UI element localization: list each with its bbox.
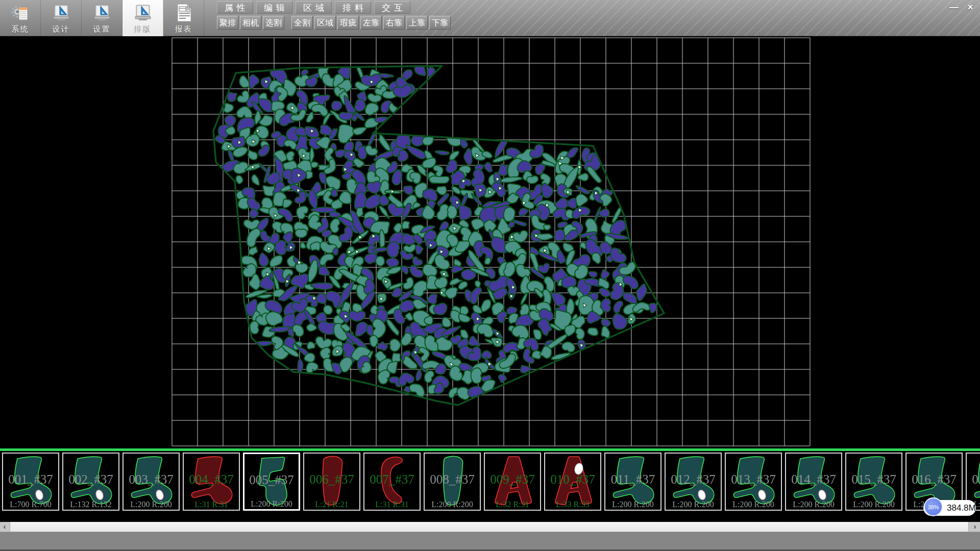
piece-lr-count: L:200 R:200 [846,500,901,509]
action-button-5[interactable]: 瑕疵 [337,16,359,30]
window-controls: — × [946,1,978,14]
toolbar-item-design[interactable]: 设计 [41,0,82,36]
toolbar-item-label: 系统 [12,24,29,34]
toolbar-item-label: 排版 [134,24,152,34]
toolbar-item-label: 报表 [175,24,192,34]
thumbnail-scrollbar[interactable]: ‹ › [0,522,980,532]
piece-thumbnail-strip: 001_#37L:700 R:700002_#37L:132 R:132003_… [0,448,980,522]
thumbnail-010[interactable]: 010_#37L:33 R:33 [544,453,601,511]
piece-name: 007_#37 [364,472,420,487]
toolbar-item-setup[interactable]: 设置 [82,0,122,36]
thumbnail-014[interactable]: 014_#37L:200 R:200 [785,453,842,511]
menu-bar: 属性编辑区域排料交互 [217,1,451,14]
piece-lr-count: L:200 R:200 [726,500,781,509]
nesting-canvas[interactable] [0,36,980,448]
thumbnail-015[interactable]: 015_#37L:200 R:200 [845,453,902,511]
toolbar-item-system[interactable]: 系统 [0,0,41,36]
toolbar-item-label: 设置 [93,24,111,34]
toolbar-item-nesting[interactable]: 排版 [122,0,163,36]
action-button-9[interactable]: 下靠 [429,16,451,30]
progress-percent: 38% [924,497,943,516]
menu-item-0[interactable]: 属性 [217,1,253,14]
piece-lr-count: L:200 R:200 [786,500,841,509]
piece-lr-count: L:32 R:31 [485,500,540,509]
piece-name: 013_#37 [726,472,781,487]
piece-lr-count: L:200 R:200 [666,500,721,509]
hide-nesting-view [0,36,980,448]
thumbnail-003[interactable]: 003_#37L:200 R:200 [122,453,180,511]
titlebar[interactable] [416,0,980,36]
thumbnail-006[interactable]: 006_#37L:21 R:21 [303,453,360,511]
piece-lr-count: L:132 R:132 [63,500,118,509]
menu-item-3[interactable]: 排料 [335,1,371,14]
action-button-3[interactable]: 全割 [291,16,313,30]
thumbnail-011[interactable]: 011_#37L:200 R:200 [604,453,662,511]
piece-name: 005_#37 [244,473,299,487]
setup-icon [92,2,112,24]
nesting-icon [133,2,153,24]
piece-name: 011_#37 [605,472,660,487]
scrollbar-thumb[interactable] [10,522,969,532]
action-button-8[interactable]: 上靠 [406,16,428,30]
thumbnail-013[interactable]: 013_#37L:200 R:200 [725,453,782,511]
piece-name: 015_#37 [846,472,901,487]
thumbnail-012[interactable]: 012_#37L:200 R:200 [665,453,722,511]
action-button-0[interactable]: 聚排 [217,16,238,30]
progress-badge: 38% 384.8M [923,500,976,516]
piece-name: 010_#37 [545,472,600,487]
piece-name: 001_#37 [3,472,58,487]
piece-name: 002_#37 [63,472,118,487]
piece-lr-count: L:200 R:200 [425,500,480,509]
thumbnail-001[interactable]: 001_#37L:700 R:700 [2,453,59,511]
piece-name: 006_#37 [304,472,359,487]
menu-item-1[interactable]: 编辑 [256,1,292,14]
piece-name: 017_#37 [967,472,980,487]
action-button-2[interactable]: 选割 [263,16,284,30]
piece-lr-count: L:21 R:21 [304,500,359,509]
piece-name: 004_#37 [184,472,239,487]
piece-name: 016_#37 [906,472,962,487]
status-bar [0,532,980,551]
toolbar-item-label: 设计 [53,24,70,34]
main-toolbar: 系统设计设置排版报表 属性编辑区域排料交互 聚排相机选割全割区域瑕疵左靠右靠上靠… [0,0,980,36]
action-button-6[interactable]: 左靠 [360,16,382,30]
close-button[interactable]: × [963,1,978,14]
piece-lr-count: L:200 R:200 [605,500,660,509]
action-button-7[interactable]: 右靠 [383,16,405,30]
piece-lr-count: L:31 R:31 [364,500,420,509]
action-button-1[interactable]: 相机 [240,16,261,30]
thumbnail-009[interactable]: 009_#37L:32 R:31 [484,453,541,511]
piece-lr-count: L:700 R:700 [3,500,58,509]
piece-lr-count: L:33 R:33 [545,500,600,509]
piece-lr-count: L:200 R:200 [124,500,179,509]
thumbnail-005[interactable]: 005_#37L:200 R:200 [243,453,300,511]
toolbar-item-report[interactable]: 报表 [163,0,204,36]
piece-name: 012_#37 [666,472,721,487]
action-toolbar: 聚排相机选割全割区域瑕疵左靠右靠上靠下靠 [217,16,451,30]
piece-name: 008_#37 [425,472,480,487]
design-icon [51,2,71,24]
menu-area: 属性编辑区域排料交互 聚排相机选割全割区域瑕疵左靠右靠上靠下靠 [217,0,451,30]
scroll-right-button[interactable]: › [970,522,979,532]
piece-name: 009_#37 [485,472,540,487]
memory-usage: 384.8M [947,500,976,516]
menu-item-4[interactable]: 交互 [374,1,410,14]
strip-accent-line [0,448,980,451]
thumbnail-007[interactable]: 007_#37L:31 R:31 [363,453,421,511]
icon-toolbar: 系统设计设置排版报表 [0,0,204,36]
system-icon [10,2,31,24]
piece-lr-count: L:200 R:200 [244,499,299,509]
piece-name: 014_#37 [786,472,841,487]
piece-name: 003_#37 [124,472,179,487]
scroll-left-button[interactable]: ‹ [0,522,9,532]
report-icon [174,2,194,24]
thumbnail-002[interactable]: 002_#37L:132 R:132 [62,453,119,511]
minimize-button[interactable]: — [946,1,962,14]
thumbnail-008[interactable]: 008_#37L:200 R:200 [424,453,481,511]
menu-item-2[interactable]: 区域 [296,1,332,14]
thumbnail-004[interactable]: 004_#37L:31 R:31 [183,453,240,511]
piece-lr-count: L:31 R:31 [184,500,239,509]
action-button-4[interactable]: 区域 [314,16,336,30]
